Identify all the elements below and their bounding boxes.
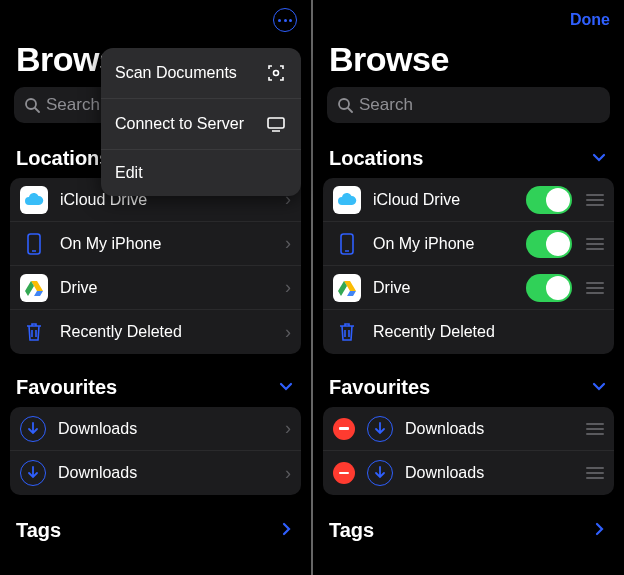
download-icon xyxy=(20,416,46,442)
menu-connect-server[interactable]: Connect to Server xyxy=(101,99,301,150)
chevron-right-icon: › xyxy=(285,418,291,439)
section-title: Locations xyxy=(329,147,423,170)
sidebar-item-drive[interactable]: Drive › xyxy=(10,266,301,310)
svg-marker-15 xyxy=(347,291,356,296)
done-button[interactable]: Done xyxy=(570,11,610,29)
search-input[interactable]: Search xyxy=(327,87,610,123)
section-locations-header[interactable]: Locations xyxy=(313,141,624,178)
section-favourites-header[interactable]: Favourites xyxy=(0,370,311,407)
list-item-recently-deleted: Recently Deleted xyxy=(323,310,614,354)
more-button[interactable] xyxy=(273,8,297,32)
drag-handle-icon[interactable] xyxy=(586,467,604,479)
viewfinder-icon xyxy=(265,62,287,84)
list-item-downloads: Downloads xyxy=(323,451,614,495)
pane-left: Browse Search Scan Documents Connect to … xyxy=(0,0,311,575)
row-label: Drive xyxy=(60,279,279,297)
sidebar-item-downloads[interactable]: Downloads › xyxy=(10,451,301,495)
remove-button[interactable] xyxy=(333,462,355,484)
row-label: Recently Deleted xyxy=(60,323,279,341)
display-icon xyxy=(265,113,287,135)
iphone-icon xyxy=(20,230,48,258)
row-label: Downloads xyxy=(58,464,279,482)
section-title: Tags xyxy=(329,519,374,542)
section-favourites-header[interactable]: Favourites xyxy=(313,370,624,407)
download-icon xyxy=(367,460,393,486)
sidebar-item-downloads[interactable]: Downloads › xyxy=(10,407,301,451)
chevron-down-icon xyxy=(590,377,608,399)
top-bar-left xyxy=(0,0,311,40)
favourites-group: Downloads › Downloads › xyxy=(10,407,301,495)
chevron-right-icon xyxy=(590,520,608,542)
drag-handle-icon[interactable] xyxy=(586,282,604,294)
chevron-right-icon: › xyxy=(285,233,291,254)
section-tags-header[interactable]: Tags xyxy=(313,511,624,550)
row-label: iCloud Drive xyxy=(373,191,526,209)
toggle-drive[interactable] xyxy=(526,274,572,302)
toggle-iphone[interactable] xyxy=(526,230,572,258)
search-placeholder: Search xyxy=(359,95,413,115)
search-icon xyxy=(337,97,353,113)
download-icon xyxy=(367,416,393,442)
row-label: Downloads xyxy=(405,464,586,482)
download-icon xyxy=(20,460,46,486)
list-item-drive: Drive xyxy=(323,266,614,310)
search-placeholder: Search xyxy=(46,95,100,115)
chevron-down-icon xyxy=(590,148,608,170)
trash-icon xyxy=(20,318,48,346)
menu-label: Connect to Server xyxy=(115,115,244,133)
icloud-icon xyxy=(20,186,48,214)
sidebar-item-iphone[interactable]: On My iPhone › xyxy=(10,222,301,266)
remove-button[interactable] xyxy=(333,418,355,440)
section-title: Favourites xyxy=(16,376,117,399)
row-label: Drive xyxy=(373,279,526,297)
chevron-down-icon xyxy=(277,377,295,399)
section-title: Tags xyxy=(16,519,61,542)
menu-label: Scan Documents xyxy=(115,64,237,82)
section-title: Locations xyxy=(16,147,110,170)
svg-marker-8 xyxy=(34,291,43,296)
svg-line-1 xyxy=(35,108,39,112)
locations-group-edit: iCloud Drive On My iPhone Drive Recently xyxy=(323,178,614,354)
section-tags-header[interactable]: Tags xyxy=(0,511,311,550)
menu-scan-documents[interactable]: Scan Documents xyxy=(101,48,301,99)
locations-group: iCloud Drive › On My iPhone › Drive › Re… xyxy=(10,178,301,354)
drag-handle-icon[interactable] xyxy=(586,238,604,250)
search-icon xyxy=(24,97,40,113)
toggle-icloud[interactable] xyxy=(526,186,572,214)
menu-label: Edit xyxy=(115,164,143,182)
row-label: On My iPhone xyxy=(373,235,526,253)
section-title: Favourites xyxy=(329,376,430,399)
context-menu: Scan Documents Connect to Server Edit xyxy=(101,48,301,196)
row-label: On My iPhone xyxy=(60,235,279,253)
gdrive-icon xyxy=(20,274,48,302)
favourites-group-edit: Downloads Downloads xyxy=(323,407,614,495)
top-bar-right: Done xyxy=(313,0,624,40)
list-item-icloud: iCloud Drive xyxy=(323,178,614,222)
chevron-right-icon xyxy=(277,520,295,542)
chevron-right-icon: › xyxy=(285,322,291,343)
list-item-iphone: On My iPhone xyxy=(323,222,614,266)
row-label: Downloads xyxy=(58,420,279,438)
page-title: Browse xyxy=(313,40,624,87)
trash-icon xyxy=(333,318,361,346)
drag-handle-icon[interactable] xyxy=(586,194,604,206)
pane-right: Done Browse Search Locations iCloud Driv… xyxy=(313,0,624,575)
iphone-icon xyxy=(333,230,361,258)
gdrive-icon xyxy=(333,274,361,302)
list-item-downloads: Downloads xyxy=(323,407,614,451)
svg-point-2 xyxy=(274,71,279,76)
svg-line-11 xyxy=(348,108,352,112)
chevron-right-icon: › xyxy=(285,277,291,298)
drag-handle-icon[interactable] xyxy=(586,423,604,435)
menu-edit[interactable]: Edit xyxy=(101,150,301,196)
row-label: Downloads xyxy=(405,420,586,438)
sidebar-item-recently-deleted[interactable]: Recently Deleted › xyxy=(10,310,301,354)
icloud-icon xyxy=(333,186,361,214)
chevron-right-icon: › xyxy=(285,463,291,484)
svg-rect-3 xyxy=(268,118,284,128)
row-label: Recently Deleted xyxy=(373,323,604,341)
